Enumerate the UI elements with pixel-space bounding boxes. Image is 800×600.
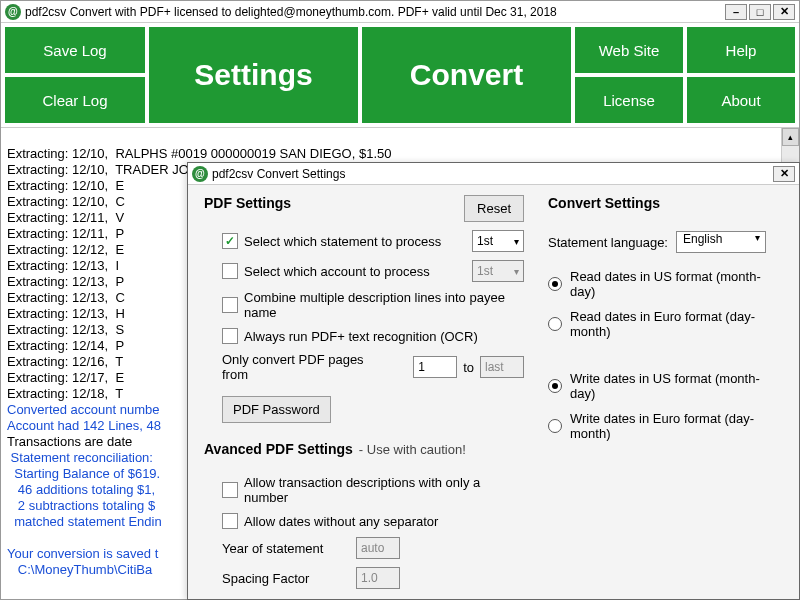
read-eu-label: Read dates in Euro format (day-month) [570,309,783,339]
log-line: matched statement Endin [7,514,162,529]
pdf-password-button[interactable]: PDF Password [222,396,331,423]
log-line: Extracting: 12/13, S [7,322,124,337]
log-line: Extracting: 12/10, C [7,194,125,209]
write-eu-radio[interactable] [548,419,562,433]
combine-lines-checkbox[interactable] [222,297,238,313]
write-us-label: Write dates in US format (month-day) [570,371,783,401]
save-log-button[interactable]: Save Log [5,27,145,73]
toolbar: Save Log Clear Log Settings Convert Web … [1,23,799,127]
log-line: Statement reconciliation: [7,450,153,465]
settings-dialog: @ pdf2csv Convert Settings ✕ PDF Setting… [187,162,800,600]
account-select: 1st [472,260,524,282]
read-us-label: Read dates in US format (month-day) [570,269,783,299]
advanced-note: - Use with caution! [359,442,466,457]
convert-button[interactable]: Convert [362,27,571,123]
advanced-header: Avanced PDF Settings [204,441,353,457]
log-line: Extracting: 12/12, E [7,242,124,257]
log-line: Extracting: 12/17, E [7,370,124,385]
log-line: Account had 142 Lines, 48 [7,418,161,433]
dialog-close-button[interactable]: ✕ [773,166,795,182]
log-line: Extracting: 12/11, P [7,226,124,241]
year-label: Year of statement [222,541,342,556]
spacing-input[interactable] [356,567,400,589]
close-button[interactable]: ✕ [773,4,795,20]
clear-log-button[interactable]: Clear Log [5,77,145,123]
log-line: Starting Balance of $619. [7,466,160,481]
log-line: Extracting: 12/13, I [7,258,119,273]
app-icon: @ [192,166,208,182]
dialog-titlebar: @ pdf2csv Convert Settings ✕ [188,163,799,185]
window-title: pdf2csv Convert with PDF+ licensed to de… [25,5,723,19]
write-eu-label: Write dates in Euro format (day-month) [570,411,783,441]
log-line: Transactions are date [7,434,132,449]
help-button[interactable]: Help [687,27,795,73]
log-line: Extracting: 12/10, E [7,178,124,193]
pdf-settings-column: PDF Settings Reset Select which statemen… [204,195,524,597]
convert-settings-header: Convert Settings [548,195,783,211]
ocr-checkbox[interactable] [222,328,238,344]
select-account-checkbox[interactable] [222,263,238,279]
log-line: Extracting: 12/13, H [7,306,125,321]
allow-nosep-dates-label: Allow dates without any separator [244,514,438,529]
year-input[interactable] [356,537,400,559]
spacing-label: Spacing Factor [222,571,342,586]
dialog-title: pdf2csv Convert Settings [212,167,771,181]
log-line: 2 subtractions totaling $ [7,498,155,513]
main-titlebar: @ pdf2csv Convert with PDF+ licensed to … [1,1,799,23]
pages-to-label: to [463,360,474,375]
combine-lines-label: Combine multiple description lines into … [244,290,524,320]
settings-button[interactable]: Settings [149,27,358,123]
select-account-label: Select which account to process [244,264,430,279]
allow-number-desc-label: Allow transaction descriptions with only… [244,475,524,505]
app-icon: @ [5,4,21,20]
log-line: Converted account numbe [7,402,159,417]
log-line: C:\MoneyThumb\CitiBa [7,562,152,577]
convert-settings-column: Convert Settings Statement language: Eng… [548,195,783,597]
pages-from-input[interactable] [413,356,457,378]
maximize-button[interactable]: □ [749,4,771,20]
web-site-button[interactable]: Web Site [575,27,683,73]
select-statement-checkbox[interactable] [222,233,238,249]
scroll-up-button[interactable]: ▴ [782,128,799,146]
select-statement-label: Select which statement to process [244,234,441,249]
license-button[interactable]: License [575,77,683,123]
pages-from-label: Only convert PDF pages from [222,352,391,382]
pdf-settings-header: PDF Settings [204,195,291,211]
pages-to-input[interactable] [480,356,524,378]
reset-button[interactable]: Reset [464,195,524,222]
log-line: Extracting: 12/14, P [7,338,124,353]
read-us-radio[interactable] [548,277,562,291]
log-line: Extracting: 12/13, C [7,290,125,305]
log-line: Extracting: 12/18, T [7,386,123,401]
log-line: Extracting: 12/13, P [7,274,124,289]
about-button[interactable]: About [687,77,795,123]
allow-nosep-dates-checkbox[interactable] [222,513,238,529]
minimize-button[interactable]: – [725,4,747,20]
dialog-body: PDF Settings Reset Select which statemen… [188,185,799,600]
language-select[interactable]: English [676,231,766,253]
ocr-label: Always run PDF+ text recognition (OCR) [244,329,478,344]
log-line: Your conversion is saved t [7,546,158,561]
log-line: 46 additions totaling $1, [7,482,155,497]
read-eu-radio[interactable] [548,317,562,331]
allow-number-desc-checkbox[interactable] [222,482,238,498]
log-line: Extracting: 12/11, V [7,210,124,225]
write-us-radio[interactable] [548,379,562,393]
statement-select[interactable]: 1st [472,230,524,252]
log-line: Extracting: 12/16, T [7,354,123,369]
log-line: Extracting: 12/10, RALPHS #0019 00000001… [7,146,391,161]
language-label: Statement language: [548,235,668,250]
